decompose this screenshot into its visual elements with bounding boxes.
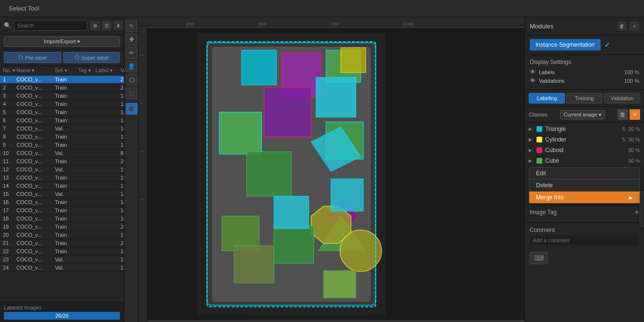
instance-seg-button[interactable]: Instance Segmentation (530, 39, 601, 51)
col-no[interactable]: No. ▾ (3, 67, 16, 74)
table-row[interactable]: 3 COCO_v... Train 18 (0, 92, 124, 100)
labels-display-label: Labels (539, 69, 621, 75)
filter-icon-btn[interactable]: ⚙ (90, 21, 100, 30)
table-row[interactable]: 19 COCO_v... Train 25 (0, 223, 124, 231)
table-row[interactable]: 7 COCO_v... Val. 16 (0, 125, 124, 133)
class-name-label: Cuboid (545, 147, 622, 154)
import-export-button[interactable]: Import/Export ▾ (4, 37, 120, 47)
keyboard-icon-btn[interactable]: ⌨ (530, 252, 548, 264)
tab-validation[interactable]: Validation (604, 93, 640, 103)
class-row[interactable]: ▶ Cube 30 % (525, 155, 644, 166)
row-set: Val. (55, 191, 78, 197)
classes-header: Classes Current image ▾ 🗑 + (525, 107, 644, 123)
table-row[interactable]: 17 COCO_v... Train 18 (0, 206, 124, 215)
class-row[interactable]: ▶ Triangle 6 30 % (525, 124, 644, 134)
image-tag-header: Image Tag + (530, 208, 639, 217)
class-color-swatch (537, 158, 542, 164)
table-row[interactable]: 11 COCO_v... Train 24 (0, 157, 124, 166)
super-label-button[interactable]: ⬡ Super-label (63, 52, 121, 63)
table-row[interactable]: 5 COCO_v... Train 18 (0, 108, 124, 116)
row-val: 18 (121, 93, 124, 99)
submenu-cylinder[interactable]: Cylinder (640, 192, 644, 204)
col-label[interactable]: Label ▾ (95, 67, 121, 74)
polygon-tool-btn[interactable]: ⬡ (126, 74, 137, 86)
table-row[interactable]: 15 COCO_v... Val. 14 (0, 190, 124, 198)
table-row[interactable]: 13 COCO_v... Train 16 (0, 174, 124, 182)
rect-tool-btn[interactable]: ⬚ (126, 88, 137, 99)
col-set[interactable]: Set ▾ (55, 67, 78, 74)
select-tool-btn[interactable]: ↖ (126, 20, 137, 32)
labels-eye-icon: 👁 (530, 68, 536, 76)
row-name: COCO_v... (16, 199, 55, 205)
table-row[interactable]: 6 COCO_v... Train 18 (0, 116, 124, 125)
delete-module-btn[interactable]: 🗑 (617, 21, 627, 31)
list-view-btn[interactable]: ☰ (102, 21, 111, 30)
row-val: 15 (121, 167, 124, 172)
person-tool-btn[interactable]: 👤 (126, 61, 137, 72)
row-no: 8 (3, 134, 16, 140)
row-no: 20 (3, 232, 16, 238)
table-row[interactable]: 2 COCO_v... Train 24 (0, 84, 124, 92)
submenu-cuboid[interactable]: Cuboid (640, 204, 644, 215)
class-expand-icon: ▶ (529, 158, 534, 163)
table-row[interactable]: 22 COCO_v... Train 18 (0, 247, 124, 256)
table-row[interactable]: 18 COCO_v... Train 10 (0, 215, 124, 223)
row-no: 5 (3, 109, 16, 115)
move-tool-btn[interactable]: ✥ (126, 34, 137, 45)
add-image-tag-btn[interactable]: + (635, 208, 639, 217)
canvas-content[interactable] (148, 26, 524, 322)
context-menu-edit[interactable]: Edit (529, 167, 640, 179)
class-name-label: Cylinder (545, 136, 619, 143)
active-tool-btn[interactable]: ⬛ (126, 103, 137, 115)
current-image-dropdown[interactable]: Current image ▾ (560, 110, 605, 119)
instance-seg-check: ✓ (604, 41, 610, 49)
context-menu-merge-into[interactable]: Merge Into ▶ Cylinder Cuboid Cube (529, 192, 640, 203)
modules-header: Modules 🗑 + (525, 17, 644, 35)
row-val: 16 (121, 126, 124, 131)
table-row[interactable]: 23 COCO_v... Val. 16 (0, 256, 124, 264)
table-row[interactable]: 10 COCO_v... Val. 8 (0, 149, 124, 157)
table-row[interactable]: 21 COCO_v... Train 23 (0, 239, 124, 247)
table-row[interactable]: 9 COCO_v... Train 14 (0, 141, 124, 149)
add-class-btn[interactable]: + (630, 109, 640, 120)
image-tag-section: Image Tag + (525, 204, 644, 222)
pre-label-button[interactable]: ⬡ Pre-label (4, 52, 61, 63)
class-row[interactable]: ▶ Cuboid 30 % (525, 145, 644, 155)
pen-tool-btn[interactable]: ✏ (126, 47, 137, 59)
import-icon-btn[interactable]: ⬇ (113, 21, 123, 30)
row-no: 16 (3, 199, 16, 205)
table-row[interactable]: 8 COCO_v... Train 15 (0, 133, 124, 141)
row-no: 21 (3, 240, 16, 246)
table-row[interactable]: 16 COCO_v... Train 18 (0, 198, 124, 206)
table-row[interactable]: 1 COCO_v... Train 22 (0, 76, 124, 84)
submenu-cube[interactable]: Cube (640, 215, 644, 227)
context-menu-delete[interactable]: Delete (529, 180, 640, 191)
delete-class-btn[interactable]: 🗑 (617, 109, 628, 120)
row-name: COCO_v... (16, 191, 55, 197)
comment-input[interactable] (530, 235, 639, 245)
row-set: Val. (55, 150, 78, 156)
search-input[interactable] (14, 20, 87, 31)
col-tag[interactable]: Tag ▾ (78, 67, 95, 74)
row-set: Train (55, 232, 78, 238)
tab-labeling[interactable]: Labeling (529, 93, 565, 103)
class-color-swatch (537, 137, 542, 142)
comment-section: Comment ⌨ (525, 222, 644, 322)
row-name: COCO_v... (16, 85, 55, 90)
table-row[interactable]: 14 COCO_v... Train 17 (0, 182, 124, 190)
svg-rect-22 (274, 196, 309, 229)
tab-training[interactable]: Training (566, 93, 603, 103)
row-set: Train (55, 240, 78, 246)
instance-seg-row: Instance Segmentation ✓ (525, 35, 644, 55)
row-set: Train (55, 224, 78, 230)
table-row[interactable]: 4 COCO_v... Train 16 (0, 100, 124, 108)
table-row[interactable]: 24 COCO_v... Val. 13 (0, 264, 124, 272)
context-menu: Edit Delete Merge Into ▶ Cylinder Cuboid… (529, 167, 640, 204)
table-row[interactable]: 20 COCO_v... Train 19 (0, 231, 124, 239)
col-name[interactable]: Name ▾ (16, 67, 55, 74)
class-row[interactable]: ▶ Cylinder 5 30 % (525, 134, 644, 145)
image-tag-label: Image Tag (530, 209, 557, 216)
class-count: 6 (622, 126, 625, 132)
add-module-btn[interactable]: + (630, 21, 639, 31)
table-row[interactable]: 12 COCO_v... Val. 15 (0, 166, 124, 174)
